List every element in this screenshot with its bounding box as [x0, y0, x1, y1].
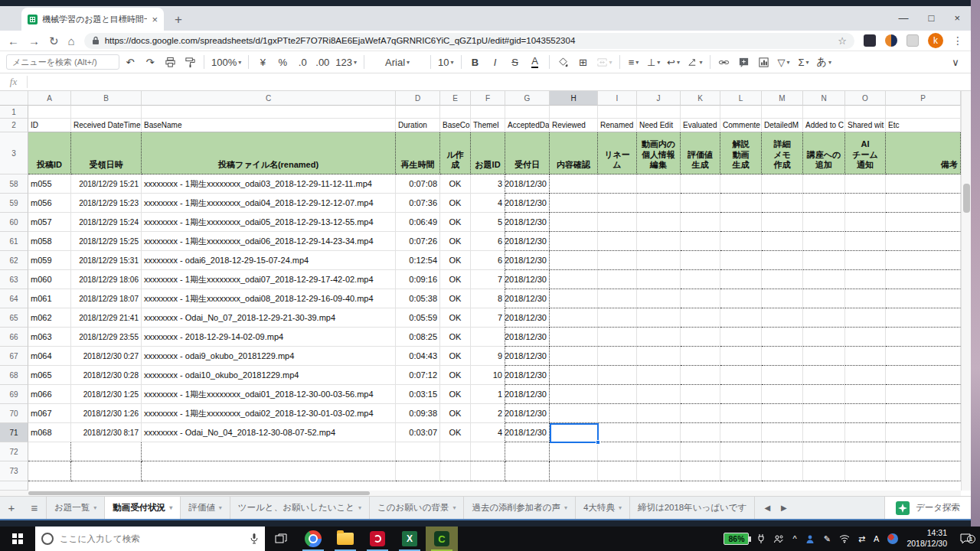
- vertical-scrollbar-thumb[interactable]: [963, 184, 970, 213]
- column-header-M[interactable]: M: [762, 91, 803, 106]
- cell-I67[interactable]: [598, 347, 637, 366]
- extension-icon-1[interactable]: [864, 34, 876, 47]
- formula-input[interactable]: [28, 73, 971, 90]
- cell-M68[interactable]: [762, 366, 803, 385]
- column-header-K[interactable]: K: [681, 91, 720, 106]
- taskbar-camtasia[interactable]: C: [426, 527, 458, 551]
- cell[interactable]: [886, 106, 961, 119]
- cell-K67[interactable]: [681, 347, 720, 366]
- column-header-A[interactable]: A: [28, 91, 71, 106]
- cell-I70[interactable]: [598, 404, 637, 423]
- cell-H69[interactable]: [550, 385, 598, 404]
- cell-G70[interactable]: 2018/12/30: [505, 404, 550, 423]
- cell-H65[interactable]: [550, 308, 598, 328]
- fill-handle[interactable]: [596, 440, 600, 445]
- cell-I68[interactable]: [598, 366, 637, 385]
- row-header-62[interactable]: 62: [0, 251, 28, 270]
- vertical-align-icon[interactable]: ⊥▾: [645, 53, 663, 71]
- row-header-70[interactable]: 70: [0, 404, 28, 423]
- cell-B65[interactable]: 2018/12/29 21:41: [71, 308, 142, 328]
- cell-D73[interactable]: [396, 461, 440, 481]
- cell-K68[interactable]: [681, 366, 720, 385]
- cell-L58[interactable]: [720, 174, 762, 194]
- text-color-button[interactable]: A: [526, 53, 544, 71]
- cell-E63[interactable]: OK: [440, 270, 471, 289]
- taskbar-media-player[interactable]: [361, 527, 394, 551]
- cell-F71[interactable]: 4: [471, 423, 505, 442]
- horizontal-scrollbar[interactable]: [0, 491, 961, 496]
- cell-M60[interactable]: [762, 213, 803, 232]
- taskbar-chrome[interactable]: [297, 527, 329, 551]
- pen-input-icon[interactable]: ✎: [824, 534, 831, 544]
- cell[interactable]: [762, 106, 803, 119]
- cell-B69[interactable]: 2018/12/30 1:25: [71, 385, 142, 404]
- sheet-tab-7[interactable]: 4大特典▾: [576, 497, 630, 519]
- people-icon[interactable]: [773, 534, 784, 543]
- cell-E60[interactable]: OK: [440, 213, 471, 232]
- back-icon[interactable]: ←: [8, 35, 19, 47]
- header-cell[interactable]: Renamed: [598, 119, 637, 132]
- cell-I63[interactable]: [598, 270, 637, 289]
- cell-M62[interactable]: [762, 251, 803, 270]
- header-cell[interactable]: Received DateTime: [71, 119, 142, 132]
- cell-D72[interactable]: [396, 442, 440, 461]
- cell-K69[interactable]: [681, 385, 720, 404]
- cell-B60[interactable]: 2018/12/29 15:24: [71, 213, 142, 232]
- cell-G67[interactable]: 2018/12/30: [505, 347, 550, 366]
- cell-H62[interactable]: [550, 251, 598, 270]
- cell-P69[interactable]: [886, 385, 961, 404]
- browser-menu-icon[interactable]: ⋮: [952, 34, 963, 47]
- cell-H64[interactable]: [550, 289, 598, 308]
- cell[interactable]: [720, 106, 762, 119]
- cell-O66[interactable]: [845, 328, 886, 347]
- sheet-tab-6[interactable]: 過去の添削参加者の声▾: [464, 497, 576, 519]
- cell-C64[interactable]: xxxxxxxx - 1期生xxxxxxxx_odai08_2018-12-29…: [142, 289, 396, 308]
- sheet-tab-1[interactable]: お題一覧▾: [46, 497, 105, 519]
- add-sheet-button[interactable]: +: [0, 497, 23, 519]
- cell-N62[interactable]: [803, 251, 845, 270]
- cell-E69[interactable]: OK: [440, 385, 471, 404]
- borders-icon[interactable]: ⊞: [574, 53, 593, 71]
- cell-F73[interactable]: [471, 461, 505, 481]
- cell-C66[interactable]: xxxxxxxx - 2018-12-29-14-02-09.mp4: [142, 328, 396, 347]
- cell-C68[interactable]: xxxxxxxx - odai10_okubo_20181229.mp4: [142, 366, 396, 385]
- cell-B62[interactable]: 2018/12/29 15:31: [71, 251, 142, 270]
- cell-G69[interactable]: 2018/12/30: [505, 385, 550, 404]
- green-header-cell[interactable]: 動画内の 個人情報 編集: [637, 132, 681, 174]
- cell-C63[interactable]: xxxxxxxx - 1期生xxxxxxxx_odai07_2018-12-29…: [142, 270, 396, 289]
- cell-N65[interactable]: [803, 308, 845, 328]
- cell-I58[interactable]: [598, 174, 637, 194]
- cell-A63[interactable]: m060: [28, 270, 71, 289]
- font-size-select-button[interactable]: 10▾: [436, 53, 456, 71]
- cell-I61[interactable]: [598, 232, 637, 251]
- header-cell[interactable]: ID: [28, 119, 71, 132]
- strikethrough-button[interactable]: S: [506, 53, 524, 71]
- notification-center-button[interactable]: 1: [956, 533, 975, 545]
- cell-K65[interactable]: [681, 308, 720, 328]
- taskbar-clock[interactable]: 14:31 2018/12/30: [906, 528, 947, 549]
- cell-J66[interactable]: [637, 328, 681, 347]
- cell-N72[interactable]: [803, 442, 845, 461]
- cell-B67[interactable]: 2018/12/30 0:27: [71, 347, 142, 366]
- cell-I60[interactable]: [598, 213, 637, 232]
- cell-O59[interactable]: [845, 194, 886, 213]
- tray-app-icon[interactable]: [805, 534, 815, 544]
- cell[interactable]: [845, 106, 886, 119]
- cell-A66[interactable]: m063: [28, 328, 71, 347]
- green-header-cell[interactable]: 投稿ID: [28, 132, 71, 174]
- cell-H58[interactable]: [550, 174, 598, 194]
- cell-K60[interactable]: [681, 213, 720, 232]
- cell-D59[interactable]: 0:07:36: [396, 194, 440, 213]
- cell-C62[interactable]: xxxxxxxx - odai6_2018-12-29-15-07-24.mp4: [142, 251, 396, 270]
- cell-P60[interactable]: [886, 213, 961, 232]
- cell-H72[interactable]: [550, 442, 598, 461]
- cell-P71[interactable]: [886, 423, 961, 442]
- insert-chart-icon[interactable]: [755, 53, 773, 71]
- cell-O72[interactable]: [845, 442, 886, 461]
- row-header-1[interactable]: 1: [0, 106, 28, 119]
- taskbar-search-input[interactable]: [60, 534, 243, 543]
- green-header-cell[interactable]: 備考: [886, 132, 961, 174]
- horizontal-align-icon[interactable]: ≡▾: [625, 53, 643, 71]
- url-bar[interactable]: https://docs.google.com/spreadsheets/d/1…: [84, 33, 854, 49]
- cell-K72[interactable]: [681, 442, 720, 461]
